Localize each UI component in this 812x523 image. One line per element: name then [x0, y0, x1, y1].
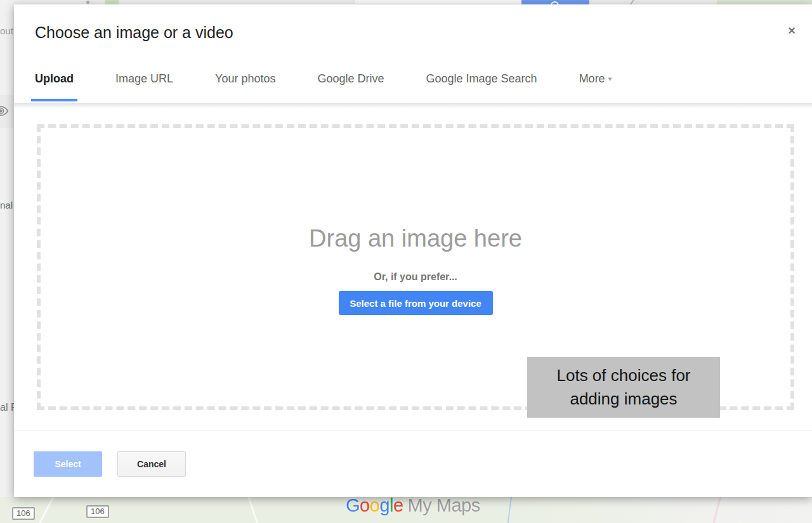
dialog-title: Choose an image or a video — [35, 23, 233, 42]
tab-google-image-search[interactable]: Google Image Search — [426, 72, 537, 86]
dropzone-subheading: Or, if you prefer... — [374, 271, 457, 283]
choose-image-dialog: Choose an image or a video × Upload Imag… — [14, 4, 812, 497]
tab-google-drive[interactable]: Google Drive — [317, 72, 384, 86]
google-logo-letter: o — [360, 497, 370, 515]
tab-label: Google Drive — [317, 72, 384, 85]
annotation-callout: Lots of choices for adding images — [527, 357, 720, 418]
background-map-strip: 106 106 GoogleMy Maps — [0, 497, 812, 523]
active-tab-underline — [31, 99, 77, 101]
map-color-swatch — [105, 0, 119, 4]
left-panel-text-fragment: al F — [0, 402, 14, 413]
tab-label: Your photos — [215, 72, 275, 85]
google-logo-letter: g — [379, 497, 390, 515]
tab-your-photos[interactable]: Your photos — [215, 72, 275, 86]
pencil-icon — [629, 0, 635, 4]
close-button[interactable]: × — [785, 23, 799, 37]
select-file-from-device-button[interactable]: Select a file from your device — [339, 291, 493, 315]
dialog-tab-bar: Upload Image URL Your photos Google Driv… — [35, 72, 612, 86]
tab-upload[interactable]: Upload — [35, 72, 74, 86]
map-search-box-sliver — [355, 0, 521, 4]
route-shield: 106 — [86, 505, 109, 518]
annotation-line: Lots of choices for — [527, 364, 720, 387]
map-road — [246, 497, 260, 523]
google-logo-letter: o — [370, 497, 380, 515]
tab-image-url[interactable]: Image URL — [115, 72, 173, 86]
tab-label: Image URL — [115, 72, 173, 85]
footer-separator — [14, 430, 812, 430]
select-button[interactable]: Select — [34, 451, 102, 477]
background-left-panel: out nal al F — [0, 0, 14, 497]
header-drop-shadow — [14, 103, 812, 108]
my-maps-wordmark: My Maps — [408, 497, 480, 515]
map-marker-dot — [86, 1, 89, 4]
map-road — [710, 497, 722, 523]
background-top-strip — [0, 0, 812, 4]
dropzone-heading: Drag an image here — [309, 225, 522, 252]
page: out nal al F 106 106 GoogleMy Maps Choos… — [0, 0, 812, 523]
map-terrain-sliver — [717, 0, 812, 4]
tab-label: Upload — [35, 72, 74, 85]
tab-more[interactable]: More▾ — [579, 72, 612, 86]
google-my-maps-watermark: GoogleMy Maps — [346, 497, 480, 516]
tab-label: More — [579, 72, 605, 85]
cancel-button[interactable]: Cancel — [117, 451, 186, 477]
map-road — [36, 497, 55, 523]
map-search-button-sliver — [521, 0, 589, 4]
tab-label: Google Image Search — [426, 72, 537, 85]
visibility-eye-icon — [0, 103, 12, 119]
google-logo-letter: e — [393, 497, 403, 515]
left-panel-text-fragment: nal — [0, 200, 13, 210]
chevron-down-icon: ▾ — [608, 75, 612, 82]
annotation-line: adding images — [527, 387, 720, 411]
map-river — [507, 497, 513, 523]
google-logo-letter: G — [346, 497, 360, 515]
route-shield: 106 — [12, 507, 35, 520]
left-panel-text-fragment: out — [0, 25, 13, 36]
